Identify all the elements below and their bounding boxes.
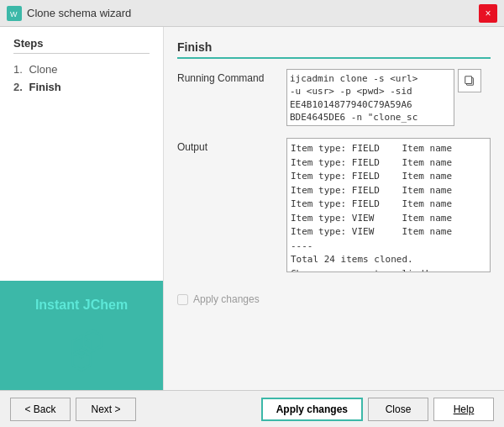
steps-title: Steps bbox=[13, 37, 150, 54]
copy-icon bbox=[464, 74, 475, 87]
running-command-label: Running Command bbox=[177, 69, 286, 84]
next-button[interactable]: Next > bbox=[76, 398, 136, 421]
dialog-title: Clone schema wizard bbox=[27, 7, 131, 19]
apply-changes-row: Apply changes bbox=[177, 293, 491, 305]
running-command-row: Running Command bbox=[177, 69, 491, 126]
steps-panel: Steps 1. Clone 2. Finish bbox=[0, 27, 163, 281]
copy-command-button[interactable] bbox=[458, 69, 481, 92]
main-content: Steps 1. Clone 2. Finish Instant JChem bbox=[0, 27, 504, 390]
apply-changes-button[interactable]: Apply changes bbox=[261, 398, 363, 421]
running-command-textarea[interactable] bbox=[286, 69, 454, 126]
svg-rect-6 bbox=[465, 76, 472, 84]
command-container bbox=[286, 69, 491, 126]
output-container bbox=[286, 138, 491, 275]
close-window-button[interactable]: × bbox=[479, 4, 497, 23]
right-panel: Finish Running Command Output bbox=[164, 27, 504, 390]
help-button[interactable]: Help bbox=[433, 398, 494, 421]
step-1-number: 1. bbox=[13, 63, 23, 76]
footer-right-buttons: Apply changes Close Help bbox=[261, 398, 494, 421]
steps-list: 1. Clone 2. Finish bbox=[13, 61, 150, 96]
svg-marker-4 bbox=[73, 350, 91, 371]
apply-changes-checkbox[interactable] bbox=[177, 294, 188, 305]
output-row: Output bbox=[177, 138, 491, 275]
step-1-label: Clone bbox=[29, 63, 57, 76]
step-item-clone: 1. Clone bbox=[13, 61, 150, 78]
close-button[interactable]: Close bbox=[368, 398, 428, 421]
brand-logo bbox=[55, 326, 108, 373]
output-textarea[interactable] bbox=[286, 138, 491, 272]
section-title: Finish bbox=[177, 40, 491, 59]
footer-left-buttons: < Back Next > bbox=[10, 398, 136, 421]
sidebar: Steps 1. Clone 2. Finish Instant JChem bbox=[0, 27, 164, 390]
brand-section: Instant JChem bbox=[0, 281, 163, 390]
svg-text:W: W bbox=[10, 10, 18, 18]
step-2-number: 2. bbox=[13, 81, 23, 93]
footer: < Back Next > Apply changes Close Help bbox=[0, 390, 504, 427]
step-item-finish: 2. Finish bbox=[13, 78, 150, 96]
output-label: Output bbox=[177, 138, 286, 153]
title-bar-left: W Clone schema wizard bbox=[7, 6, 131, 21]
wizard-icon: W bbox=[7, 6, 22, 21]
apply-changes-checkbox-label: Apply changes bbox=[193, 293, 260, 305]
step-2-label: Finish bbox=[29, 81, 60, 93]
back-button[interactable]: < Back bbox=[10, 398, 71, 421]
title-bar: W Clone schema wizard × bbox=[0, 0, 504, 27]
svg-marker-3 bbox=[84, 330, 102, 351]
brand-text: Instant JChem bbox=[35, 298, 128, 313]
